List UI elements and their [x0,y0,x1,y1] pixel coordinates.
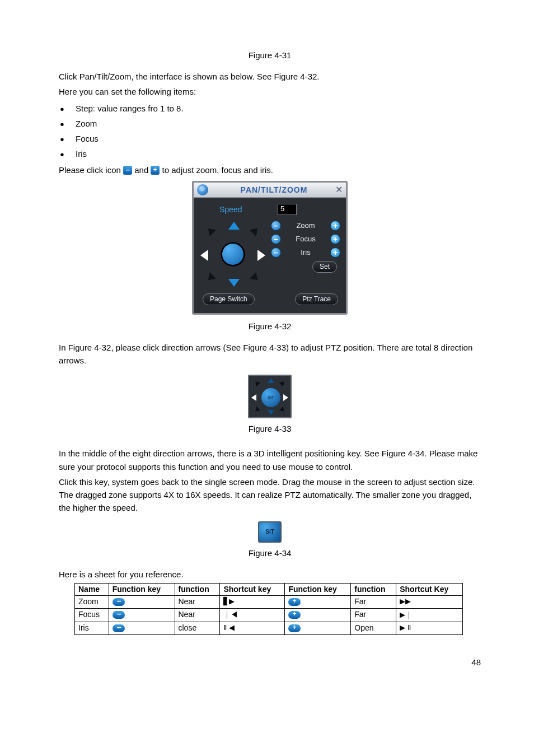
td: ▶ Ⅱ [396,622,463,634]
th: Shortcut Key [396,583,463,595]
ptz-trace-button[interactable]: Ptz Trace [295,293,338,305]
td: Open [351,622,396,634]
arrow-up-icon[interactable] [228,222,240,230]
arrow-downright-icon[interactable] [279,407,287,414]
focus-minus-icon[interactable]: – [271,234,281,244]
list-item: Step: value ranges fro 1 to 8. [76,101,481,116]
td: Iris [75,622,109,634]
table-row: Focus Near ｜◀ Far ▶｜ [75,608,463,622]
sit-button[interactable] [221,242,245,267]
td [285,622,351,634]
arrow-upright-icon[interactable] [250,225,261,236]
minus-icon [113,611,125,619]
td: Ⅱ ◀ [220,622,285,634]
plus-icon [288,624,301,632]
ptz-title: PAN/TILT/ZOOM [213,185,335,194]
td: Focus [75,608,109,622]
minus-icon [113,624,125,632]
zoom-label: Zoom [281,221,330,230]
list-item: Focus [76,131,481,146]
arrow-upleft-icon[interactable] [205,225,216,236]
minus-icon [123,166,132,175]
minus-icon [113,598,125,606]
arrow-upleft-icon[interactable] [254,380,261,387]
close-icon[interactable]: ✕ [335,184,343,195]
arrow-downleft-icon[interactable] [205,272,216,283]
ptz-titlebar: PAN/TILT/ZOOM ✕ [194,183,346,198]
paragraph: In the middle of the eight direction arr… [59,447,481,473]
ptz-panel: PAN/TILT/ZOOM ✕ Speed 5 [192,181,348,315]
app-logo-icon [197,184,208,195]
set-button[interactable]: Set [312,261,337,273]
th: function [175,583,220,595]
td: Far [351,608,396,622]
sit-button[interactable]: SIT [261,388,280,407]
paragraph: Click this key, system goes back to the … [59,475,481,515]
th: function [351,583,396,595]
mini-direction-pad: SIT [248,375,292,418]
plus-icon [288,611,301,619]
td: Zoom [75,595,109,608]
page-number: 48 [59,635,481,667]
list-item: Iris [76,146,481,161]
arrow-right-icon[interactable] [257,250,265,261]
th: Function key [109,583,175,595]
td: ▶｜ [396,608,463,622]
list-item: Zoom [76,116,481,131]
direction-pad [199,221,266,288]
figure-caption-433: Figure 4-33 [59,424,481,433]
paragraph: In Figure 4-32, please click direction a… [59,341,481,367]
arrow-up-icon[interactable] [268,378,274,383]
td: close [175,622,220,634]
arrow-downleft-icon[interactable] [254,407,261,414]
paragraph: Click Pan/Tilt/Zoom, the interface is sh… [59,70,481,83]
td: Far [351,595,396,608]
reference-table: Name Function key function Shortcut key … [74,583,463,635]
figure-caption-432: Figure 4-32 [59,321,481,331]
table-row: Zoom Near ▋▶ Far ▶▶ [75,595,463,608]
focus-plus-icon[interactable]: + [330,234,340,244]
plus-icon [288,598,301,606]
speed-label: Speed [199,205,278,214]
th: Shortcut key [220,583,285,595]
arrow-upright-icon[interactable] [279,380,287,387]
zoom-minus-icon[interactable]: – [271,221,281,231]
td: ▋▶ [220,595,285,608]
th: Function key [285,583,351,595]
td [109,622,175,634]
zoom-plus-icon[interactable]: + [330,221,340,231]
td [109,595,175,608]
td [285,595,351,608]
td: ▶▶ [396,595,463,608]
arrow-right-icon[interactable] [283,394,288,401]
td: Near [175,595,220,608]
focus-label: Focus [281,235,330,243]
paragraph: Please click icon and to adjust zoom, fo… [59,164,481,176]
items-list: Step: value ranges fro 1 to 8. Zoom Focu… [59,101,481,161]
figure-caption-431: Figure 4-31 [59,50,481,60]
paragraph: Here you can set the following items: [59,85,481,98]
th: Name [75,583,109,595]
sit-key-figure: SIT [258,521,282,543]
paragraph: Here is a sheet for you reference. [59,568,481,581]
figure-caption-434: Figure 4-34 [59,548,481,558]
iris-plus-icon[interactable]: + [330,248,340,258]
arrow-down-icon[interactable] [268,410,274,415]
table-row: Iris close Ⅱ ◀ Open ▶ Ⅱ [75,622,463,634]
arrow-left-icon[interactable] [251,394,256,401]
td [285,608,351,622]
iris-label: Iris [281,248,330,256]
page-switch-button[interactable]: Page Switch [203,293,255,305]
table-header-row: Name Function key function Shortcut key … [75,583,463,595]
td: ｜◀ [220,608,285,622]
plus-icon [151,166,160,175]
speed-input[interactable]: 5 [278,204,297,215]
td: Near [175,608,220,622]
td [109,608,175,622]
arrow-down-icon[interactable] [228,279,240,287]
arrow-left-icon[interactable] [200,250,208,261]
iris-minus-icon[interactable]: – [271,248,281,258]
arrow-downright-icon[interactable] [250,272,261,283]
